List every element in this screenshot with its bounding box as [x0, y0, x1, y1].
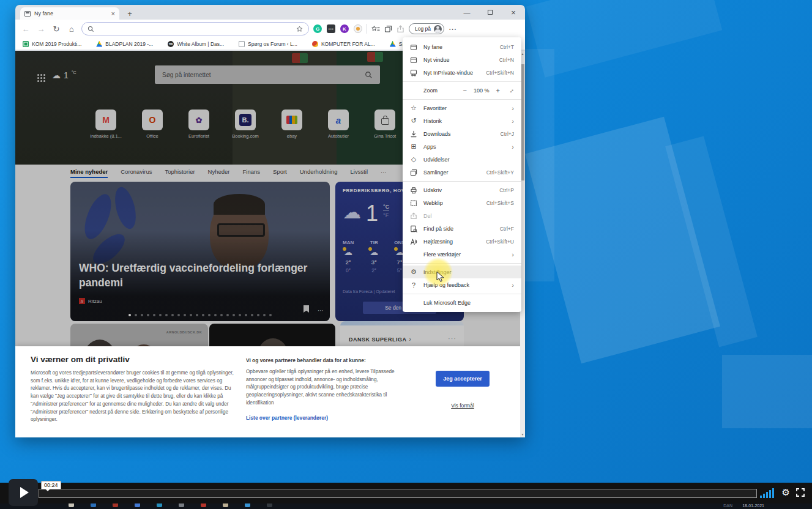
taskbar-app-icon[interactable]: [135, 503, 140, 507]
news-tab-mine-nyheder[interactable]: Mine nyheder: [70, 168, 108, 178]
menu-item-højtlæsning[interactable]: HøjtlæsningCtrl+Skift+U: [403, 235, 521, 248]
quicklink-indbakke-8-1[interactable]: MIndbakke (8.1...: [95, 110, 116, 139]
menu-item-nyt-inprivate-vindue[interactable]: Nyt InPrivate-vindueCtrl+Skift+N: [403, 66, 521, 79]
menu-item-udskriv[interactable]: UdskrivCtrl+P: [403, 184, 521, 196]
carousel-dot[interactable]: [165, 314, 168, 316]
taskbar-app-icon[interactable]: [91, 503, 96, 507]
news-tab-underholdning[interactable]: Underholdning: [300, 168, 338, 178]
settings-and-more-icon[interactable]: ⋯: [449, 24, 457, 34]
collections-icon[interactable]: [384, 25, 392, 33]
carousel-dot[interactable]: [159, 314, 162, 316]
carousel-dots[interactable]: [70, 314, 330, 316]
taskbar-app-icon[interactable]: [223, 503, 228, 507]
reload-icon[interactable]: ↻: [51, 24, 62, 34]
news-tab-livsstil[interactable]: Livsstil: [351, 168, 368, 178]
card-more-icon[interactable]: ···: [448, 335, 456, 342]
carousel-dot[interactable]: [208, 314, 210, 316]
carousel-dot[interactable]: [190, 314, 192, 316]
menu-item-apps[interactable]: ⊞Apps›: [403, 140, 521, 153]
partners-list-link[interactable]: Liste over partnere (leverandører): [246, 415, 328, 421]
bookmark-komputer-for-al[interactable]: KOMPUTER FOR AL...: [312, 41, 375, 47]
carousel-dot[interactable]: [177, 314, 180, 316]
home-icon[interactable]: ⌂: [66, 24, 77, 34]
extension-dark-icon[interactable]: ⋯: [327, 24, 335, 33]
carousel-dot[interactable]: [147, 314, 149, 316]
extension-dot-icon[interactable]: [354, 24, 362, 33]
show-purposes-link[interactable]: Vis formål: [436, 403, 490, 409]
celsius-toggle[interactable]: °C: [383, 204, 389, 211]
menu-item-flere-værktøjer[interactable]: Flere værktøjer›: [403, 248, 521, 261]
bookmark-kom-2019-produkti[interactable]: KOM 2019 Produkti...: [23, 41, 81, 47]
quicklink-euroflorist[interactable]: ✿Euroflorist: [188, 110, 209, 139]
weather-chip[interactable]: ☁ 1 °C: [52, 69, 76, 81]
app-launcher-icon[interactable]: [37, 74, 39, 76]
fullscreen-icon[interactable]: [796, 488, 805, 497]
menu-item-webklip[interactable]: WebklipCtrl+Skift+S: [403, 196, 521, 209]
news-tab-[interactable]: ···: [381, 168, 387, 178]
carousel-dot[interactable]: [245, 314, 247, 316]
carousel-dot[interactable]: [239, 314, 241, 316]
news-tab-coronavirus[interactable]: Coronavirus: [121, 168, 152, 178]
fullscreen-arrow-icon[interactable]: ↔: [507, 86, 516, 95]
favorites-bar-icon[interactable]: [371, 25, 380, 33]
taskbar-app-icon[interactable]: [113, 503, 118, 507]
quicklink-gina-tricot[interactable]: Gina Tricot: [374, 110, 395, 139]
browser-tab[interactable]: Ny fane ×: [20, 7, 119, 20]
carousel-dot[interactable]: [269, 314, 272, 316]
quicklink-office[interactable]: OOffice: [142, 110, 163, 139]
minimize-button[interactable]: —: [455, 5, 479, 20]
menu-item-hjælp-og-feedback[interactable]: ?Hjælp og feedback›: [403, 278, 521, 291]
news-tab-sport[interactable]: Sport: [273, 168, 287, 178]
player-progress-bar[interactable]: [39, 489, 757, 498]
carousel-dot[interactable]: [196, 314, 198, 316]
carousel-dot[interactable]: [184, 314, 186, 316]
taskbar-app-icon[interactable]: [245, 503, 250, 507]
carousel-dot[interactable]: [220, 314, 223, 316]
taskbar-app-icon[interactable]: [201, 503, 206, 507]
bookmark-white-album-das[interactable]: WAWhite Album | Das...: [168, 41, 224, 47]
carousel-dot[interactable]: [171, 314, 174, 316]
favorite-star-icon[interactable]: [296, 26, 303, 32]
carousel-dot[interactable]: [202, 314, 204, 316]
carousel-dot[interactable]: [129, 314, 131, 316]
main-news-card[interactable]: WHO: Uretfærdig vaccinefordeling forlæng…: [70, 182, 330, 321]
player-settings-icon[interactable]: ⚙: [782, 487, 790, 498]
fahrenheit-toggle[interactable]: °F: [383, 212, 389, 218]
play-button[interactable]: [9, 479, 38, 506]
zoom-out-button[interactable]: −: [463, 87, 467, 94]
news-tab-finans[interactable]: Finans: [243, 168, 261, 178]
carousel-dot[interactable]: [251, 314, 253, 316]
quicklink-ebay[interactable]: ebay: [281, 110, 302, 139]
address-bar[interactable]: [81, 22, 309, 35]
bookmark-spørg-os-forum-l[interactable]: Spørg os Forum ‹ L...: [239, 41, 297, 47]
menu-item-udvidelser[interactable]: ◇Udvidelser: [403, 153, 521, 166]
search-input[interactable]: Søg på internettet: [155, 65, 380, 84]
quicklink-autobutler[interactable]: aAutobutler: [328, 110, 349, 139]
menu-item-luk-microsoft-edge[interactable]: Luk Microsoft Edge: [403, 296, 521, 309]
scrollbar-down-icon[interactable]: ▼: [520, 433, 525, 436]
carousel-dot[interactable]: [135, 314, 137, 316]
carousel-dot[interactable]: [214, 314, 217, 316]
carousel-dot[interactable]: [257, 314, 259, 316]
menu-item-nyt-vindue[interactable]: Nyt vindueCtrl+N: [403, 53, 521, 66]
back-icon[interactable]: ←: [20, 24, 31, 34]
menu-item-find-på-side[interactable]: Find på sideCtrl+F: [403, 222, 521, 235]
extension-k-icon[interactable]: K: [340, 24, 349, 33]
carousel-dot[interactable]: [263, 314, 266, 316]
bookmark-bladplan-2019[interactable]: BLADPLAN 2019 -...: [96, 41, 153, 47]
carousel-dot[interactable]: [233, 314, 235, 316]
zoom-in-button[interactable]: +: [496, 87, 500, 94]
menu-item-favoritter[interactable]: ☆Favoritter›: [403, 102, 521, 114]
extension-grammarly-icon[interactable]: G: [313, 24, 322, 33]
taskbar-app-icon[interactable]: [157, 503, 162, 507]
menu-item-downloads[interactable]: DownloadsCtrl+J: [403, 127, 521, 140]
forward-icon[interactable]: →: [35, 24, 47, 34]
accept-button[interactable]: Jeg accepterer: [436, 371, 490, 387]
quicklink-booking-com[interactable]: B.Booking.com: [235, 110, 256, 139]
menu-item-indstillinger[interactable]: ⚙Indstillinger: [403, 266, 521, 278]
menu-item-samlinger[interactable]: SamlingerCtrl+Skift+Y: [403, 166, 521, 179]
carousel-dot[interactable]: [141, 314, 143, 316]
taskbar-app-icon[interactable]: [69, 503, 74, 507]
maximize-button[interactable]: [479, 5, 502, 20]
carousel-dot[interactable]: [153, 314, 155, 316]
